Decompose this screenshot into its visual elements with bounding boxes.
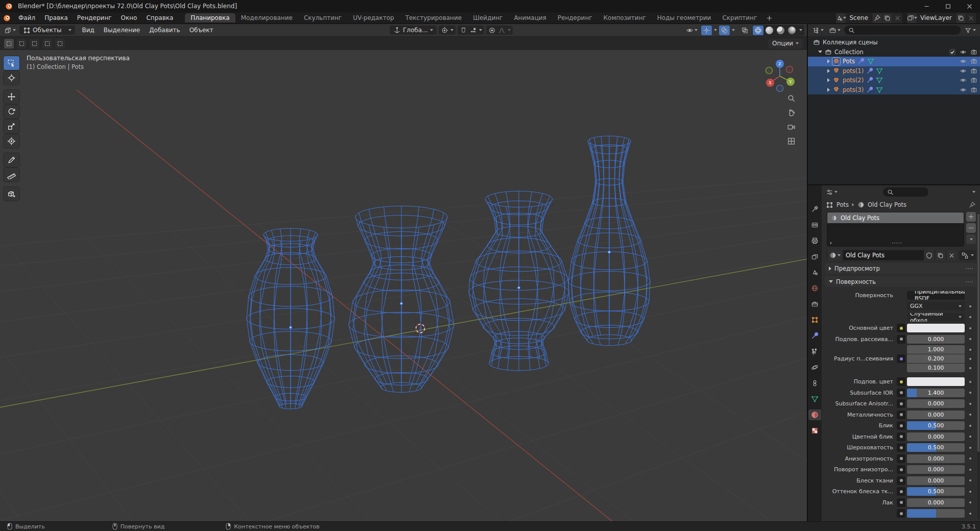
add-workspace-button[interactable]	[763, 13, 775, 23]
object-data-properties-tab[interactable]	[808, 394, 821, 404]
value-slider[interactable]: 0.000	[907, 476, 965, 485]
input-socket-decorator[interactable]	[897, 476, 905, 485]
measure-tool-button[interactable]	[4, 168, 19, 182]
fake-user-button[interactable]	[923, 250, 935, 260]
workspace-tab[interactable]: Моделирование	[235, 13, 298, 22]
animate-dot[interactable]	[966, 457, 974, 460]
surface-panel-header[interactable]: Поверхность	[825, 276, 977, 287]
animate-dot[interactable]	[966, 425, 974, 427]
animate-dot[interactable]	[966, 305, 974, 307]
transform-tool-button[interactable]	[4, 134, 19, 148]
input-socket-decorator[interactable]	[897, 421, 905, 430]
animate-dot[interactable]	[966, 367, 974, 369]
input-socket-decorator[interactable]	[897, 411, 905, 419]
animate-dot[interactable]	[966, 414, 974, 416]
snap-toggle[interactable]	[460, 27, 467, 34]
select-mode-extend-button[interactable]	[17, 39, 27, 49]
copy-material-button[interactable]	[935, 250, 946, 260]
breadcrumb-pin-icon[interactable]	[968, 201, 976, 209]
unlink-material-button[interactable]	[946, 250, 957, 260]
preview-panel-header[interactable]: Предпросмотр	[825, 263, 977, 274]
proportional-toggle[interactable]	[488, 27, 496, 34]
viewlayer-remove-button[interactable]	[966, 13, 976, 23]
input-socket-decorator[interactable]	[897, 487, 905, 496]
disable-render-icon[interactable]	[970, 77, 977, 84]
menubar-item[interactable]: Рендеринг	[73, 13, 116, 22]
animate-dot[interactable]	[966, 447, 974, 449]
viewlayer-copy-button[interactable]	[955, 13, 966, 23]
input-socket-decorator[interactable]	[897, 324, 905, 332]
disable-render-icon[interactable]	[970, 86, 977, 93]
add-slot-button[interactable]	[966, 212, 976, 222]
input-socket-decorator[interactable]	[897, 354, 905, 363]
disclosure-icon[interactable]	[818, 51, 822, 53]
select-mode-set-button[interactable]	[4, 39, 14, 49]
value-slider[interactable]: 1.400	[907, 389, 965, 397]
overlays-dropdown[interactable]	[732, 29, 735, 31]
close-button[interactable]	[959, 0, 980, 12]
ortho-switch-icon[interactable]	[787, 137, 796, 146]
texture-properties-tab[interactable]	[808, 425, 821, 436]
maximize-button[interactable]	[937, 0, 959, 12]
disable-render-icon[interactable]	[970, 67, 977, 75]
select-mode-invert-button[interactable]	[42, 39, 52, 49]
workspace-tab[interactable]: Анимация	[508, 13, 552, 22]
outliner-display-mode-button[interactable]	[827, 26, 842, 35]
viewport-menu-item[interactable]: Добавить	[145, 26, 184, 35]
menubar-item[interactable]: Окно	[116, 13, 142, 22]
shading-wireframe-button[interactable]	[753, 26, 763, 35]
add-cube-tool-button[interactable]	[4, 187, 19, 201]
workspace-tab[interactable]: Шейдинг	[467, 13, 508, 22]
value-slider[interactable]: 0.500	[907, 421, 965, 430]
material-properties-tab[interactable]	[808, 409, 821, 420]
shading-solid-button[interactable]	[764, 26, 775, 35]
value-slider[interactable]: 0.000	[907, 432, 965, 441]
workspace-tab[interactable]: Текстурирование	[400, 13, 467, 22]
value-slider[interactable]: 0.000	[907, 411, 965, 419]
minimize-button[interactable]	[916, 0, 937, 12]
slot-specials-button[interactable]	[966, 234, 976, 244]
select-mode-subtract-button[interactable]	[30, 39, 39, 49]
mode-dropdown[interactable]: Объекты	[19, 26, 75, 35]
annotate-tool-button[interactable]	[4, 153, 19, 167]
material-name-field[interactable]: Old Clay Pots	[843, 252, 923, 259]
remove-slot-button[interactable]	[966, 223, 976, 233]
object-row[interactable]: pots(2)	[808, 76, 980, 85]
input-socket-decorator[interactable]	[897, 443, 905, 452]
object-properties-tab[interactable]	[808, 315, 821, 325]
value-slider[interactable]: 0.000	[907, 399, 965, 408]
hide-eye-icon[interactable]	[960, 86, 967, 93]
animate-dot[interactable]	[966, 392, 974, 394]
animate-dot[interactable]	[966, 381, 974, 383]
constraints-properties-tab[interactable]	[808, 378, 821, 389]
view-layer-properties-tab[interactable]	[808, 251, 821, 262]
physics-properties-tab[interactable]	[808, 362, 821, 373]
editor-type-button[interactable]	[3, 26, 17, 35]
workspace-tab[interactable]: Планировка	[185, 13, 235, 22]
workspace-tab[interactable]: Рендеринг	[552, 13, 598, 22]
properties-editor-type-button[interactable]	[824, 187, 839, 197]
animate-dot[interactable]	[966, 469, 974, 471]
cursor-tool-button[interactable]	[4, 71, 19, 85]
input-socket-decorator[interactable]	[897, 432, 905, 441]
value-slider[interactable]: 0.000	[907, 498, 965, 507]
gizmos-toggle[interactable]	[701, 26, 712, 35]
animate-dot[interactable]	[966, 491, 974, 493]
input-socket-decorator[interactable]	[897, 454, 905, 463]
tool-properties-tab[interactable]	[808, 204, 821, 214]
value-slider[interactable]: 0.000	[907, 335, 965, 344]
animate-dot[interactable]	[966, 403, 974, 405]
animate-dot[interactable]	[966, 316, 974, 318]
properties-scrollbar[interactable]	[977, 214, 979, 519]
properties-options-dropdown[interactable]	[972, 191, 975, 193]
xray-toggle[interactable]	[739, 26, 750, 35]
scale-tool-button[interactable]	[4, 119, 19, 133]
object-row[interactable]: pots(1)	[808, 66, 980, 76]
collection-properties-tab[interactable]	[808, 299, 821, 309]
properties-search-input[interactable]	[883, 187, 928, 197]
collection-row[interactable]: Collection	[808, 47, 980, 57]
disclosure-icon[interactable]	[827, 88, 830, 92]
object-row[interactable]: pots(3)	[808, 85, 980, 95]
hide-eye-icon[interactable]	[960, 49, 967, 56]
blender-menu-icon[interactable]	[3, 14, 11, 22]
